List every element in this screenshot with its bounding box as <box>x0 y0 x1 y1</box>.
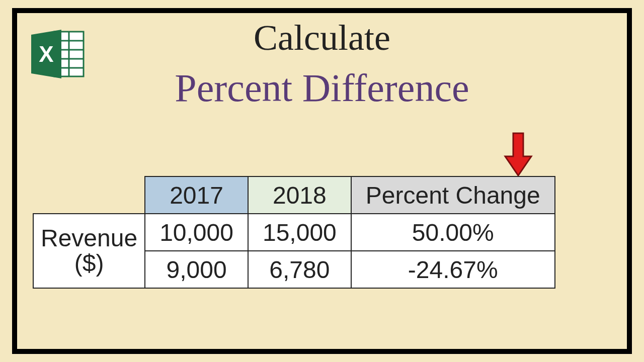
row-header-label-bottom: ($) <box>41 251 137 276</box>
cell-2017: 10,000 <box>145 214 248 251</box>
svg-marker-8 <box>505 133 531 175</box>
data-table: 2017 2018 Percent Change Revenue ($) 10,… <box>33 176 555 289</box>
table-row: Revenue ($) 10,000 15,000 50.00% <box>33 214 555 251</box>
title-line-1: Calculate <box>0 17 644 59</box>
title-line-2: Percent Difference <box>0 65 644 111</box>
arrow-down-icon <box>503 132 533 179</box>
col-header-percent-change: Percent Change <box>351 176 555 214</box>
row-header-label-top: Revenue <box>41 226 137 251</box>
blank-cell <box>33 176 145 214</box>
cell-pct: -24.67% <box>351 251 555 288</box>
row-header-revenue: Revenue ($) <box>33 214 145 288</box>
cell-2018: 6,780 <box>248 251 351 288</box>
col-header-2018: 2018 <box>248 176 351 214</box>
cell-2018: 15,000 <box>248 214 351 251</box>
table-header-row: 2017 2018 Percent Change <box>33 176 555 214</box>
cell-2017: 9,000 <box>145 251 248 288</box>
col-header-2017: 2017 <box>145 176 248 214</box>
cell-pct: 50.00% <box>351 214 555 251</box>
